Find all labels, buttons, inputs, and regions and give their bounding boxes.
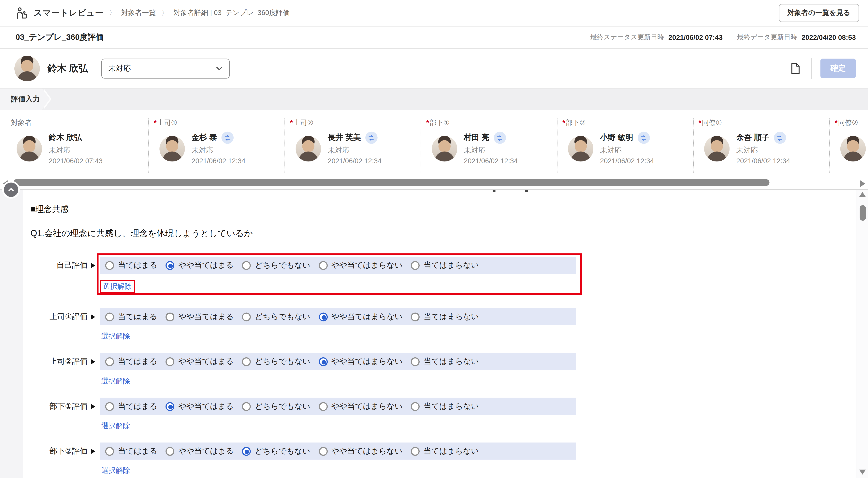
radio-option[interactable]: やや当てはまる [166, 446, 234, 456]
radio-option[interactable]: 当てはまらない [411, 446, 479, 456]
radio-option-strip: 当てはまるやや当てはまるどちらでもないやや当てはまらない当てはまらない [100, 353, 576, 370]
tab-evaluation-input[interactable]: 評価入力 [0, 89, 42, 110]
radio-option[interactable]: 当てはまらない [411, 260, 479, 270]
radio-button[interactable] [411, 357, 420, 366]
app-title: スマートレビュー [34, 8, 103, 18]
radio-option[interactable]: どちらでもない [242, 401, 310, 411]
radio-button[interactable] [105, 402, 114, 411]
radio-button[interactable] [105, 261, 114, 270]
row-label: 部下①評価 [30, 398, 95, 415]
clear-selection-link[interactable]: 選択解除 [101, 466, 130, 476]
radio-button[interactable] [105, 312, 114, 321]
page-title-bar: 03_テンプレ_360度評価 最終ステータス更新日時 2021/06/02 07… [0, 27, 868, 49]
radio-option-label: やや当てはまる [178, 356, 234, 367]
swap-evaluator-button[interactable] [494, 132, 506, 144]
swap-evaluator-button[interactable] [774, 132, 786, 144]
confirm-button[interactable]: 確定 [820, 59, 856, 78]
radio-button[interactable] [319, 447, 328, 455]
scroll-down-arrow[interactable] [859, 470, 866, 474]
radio-option[interactable]: どちらでもない [242, 312, 310, 322]
required-asterisk: * [835, 119, 838, 127]
horizontal-scrollbar-thumb[interactable] [13, 179, 769, 186]
radio-option[interactable]: やや当てはまらない [319, 312, 402, 322]
evaluator-updated-time: 2021/06/02 12:34 [600, 157, 654, 165]
evaluator-role-label: *上司② [290, 118, 313, 128]
radio-option[interactable]: やや当てはまらない [319, 446, 402, 456]
scroll-right-arrow[interactable] [860, 180, 865, 187]
radio-option[interactable]: 当てはまらない [411, 401, 479, 411]
status-select-value: 未対応 [108, 63, 131, 73]
radio-button[interactable] [105, 447, 114, 455]
status-updated-label: 最終ステータス更新日時 [590, 33, 664, 42]
scroll-up-arrow[interactable] [859, 192, 866, 197]
swap-evaluator-button[interactable] [365, 132, 378, 144]
status-select[interactable]: 未対応 [101, 58, 229, 78]
question-panel: ■理念共感 Q1.会社の理念に共感し、理念を体現しようとしているか 自己評価当て… [23, 190, 856, 478]
radio-option-label: どちらでもない [255, 312, 310, 322]
vertical-scrollbar [856, 190, 868, 478]
radio-option[interactable]: やや当てはまる [166, 356, 234, 367]
clear-selection-link[interactable]: 選択解除 [100, 280, 135, 293]
row-label: 上司①評価 [30, 308, 95, 325]
radio-option[interactable]: 当てはまる [105, 260, 157, 270]
radio-button[interactable] [105, 357, 114, 366]
chevron-down-icon [216, 66, 222, 70]
swap-evaluator-button[interactable] [221, 132, 234, 144]
radio-option[interactable]: どちらでもない [242, 356, 310, 367]
evaluator-name-row: 金杉 泰 [191, 132, 245, 144]
radio-button[interactable] [319, 261, 328, 270]
radio-button[interactable] [242, 261, 251, 270]
radio-button-selected[interactable] [319, 312, 328, 321]
swap-evaluator-button[interactable] [638, 132, 650, 144]
radio-option[interactable]: 当てはまる [105, 401, 157, 411]
radio-option[interactable]: 当てはまる [105, 312, 157, 322]
radio-button-selected[interactable] [166, 261, 175, 270]
clipped-text-fragment [525, 190, 528, 192]
clear-selection-link[interactable]: 選択解除 [101, 421, 130, 431]
role-text: 部下② [566, 119, 586, 127]
radio-button[interactable] [319, 402, 328, 411]
card-divider [557, 118, 557, 173]
radio-button[interactable] [411, 312, 420, 321]
radio-option[interactable]: 当てはまる [105, 356, 157, 367]
evaluator-avatar [432, 136, 457, 162]
document-icon[interactable] [789, 62, 802, 75]
evaluator-role-label: *同僚② [835, 118, 858, 128]
radio-button[interactable] [242, 402, 251, 411]
radio-option[interactable]: やや当てはまらない [319, 260, 402, 270]
radio-option[interactable]: やや当てはまる [166, 312, 234, 322]
clear-selection-link[interactable]: 選択解除 [101, 331, 130, 341]
radio-option[interactable]: 当てはまる [105, 446, 157, 456]
vertical-scrollbar-thumb[interactable] [860, 205, 866, 221]
view-target-list-button[interactable]: 対象者の一覧を見る [779, 4, 859, 22]
radio-button[interactable] [411, 447, 420, 455]
page-title: 03_テンプレ_360度評価 [16, 32, 104, 42]
radio-button-selected[interactable] [319, 357, 328, 366]
radio-button[interactable] [242, 357, 251, 366]
radio-option[interactable]: 当てはまらない [411, 356, 479, 367]
swap-arrows-icon [640, 134, 647, 141]
evaluator-avatar [17, 136, 42, 162]
radio-button-selected[interactable] [166, 402, 175, 411]
radio-button[interactable] [242, 312, 251, 321]
collapse-up-button[interactable] [4, 182, 18, 197]
radio-button-selected[interactable] [242, 447, 251, 455]
evaluator-card: *上司①金杉 泰未対応2021/06/02 12:34 [154, 110, 289, 177]
radio-button[interactable] [166, 312, 175, 321]
radio-button[interactable] [166, 357, 175, 366]
radio-button[interactable] [411, 261, 420, 270]
radio-button[interactable] [411, 402, 420, 411]
radio-option-label: 当てはまる [118, 312, 157, 322]
radio-option[interactable]: やや当てはまる [166, 401, 234, 411]
radio-option[interactable]: やや当てはまる [166, 260, 234, 270]
radio-option[interactable]: やや当てはまらない [319, 356, 402, 367]
breadcrumb-item-target-list[interactable]: 対象者一覧 [121, 8, 156, 18]
breadcrumb-separator: 〉 [161, 8, 168, 18]
radio-button[interactable] [166, 447, 175, 455]
radio-option[interactable]: どちらでもない [242, 446, 310, 456]
radio-option[interactable]: どちらでもない [242, 260, 310, 270]
radio-option[interactable]: 当てはまらない [411, 312, 479, 322]
clear-selection-link[interactable]: 選択解除 [101, 376, 130, 386]
radio-option[interactable]: やや当てはまらない [319, 401, 402, 411]
radio-option-label: やや当てはまる [178, 260, 234, 270]
